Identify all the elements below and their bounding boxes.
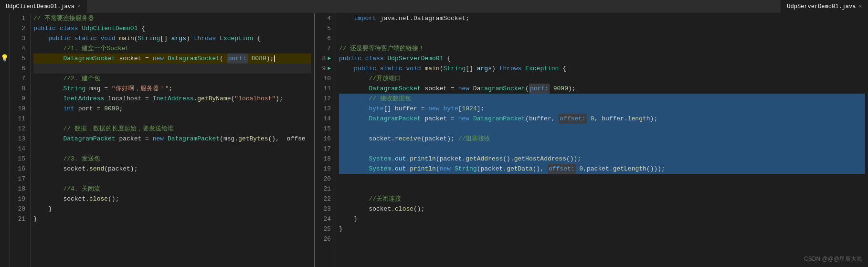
tab-left[interactable]: UdpClientDemo01.java ×: [0, 0, 87, 13]
left-line-13: DatagramPacket packet = new DatagramPack…: [33, 134, 311, 144]
gutter-14: 14: [12, 144, 25, 154]
left-line-5: DatagramSocket socket = new DatagramSock…: [33, 53, 311, 64]
bulb-line-4: [0, 43, 9, 53]
right-gutter-13: 13: [318, 104, 331, 114]
left-line-17: [33, 174, 311, 184]
gutter-5: 5: [12, 53, 25, 64]
bulb-line-16: [0, 164, 9, 174]
right-gutter-14: 14: [318, 114, 331, 124]
right-gutter-20: 20: [318, 174, 331, 184]
gutter-18: 18: [12, 184, 25, 194]
gutter-21: 21: [12, 214, 25, 224]
left-line-2: public class UdpClientDemo01 {: [33, 23, 311, 33]
right-line-13: byte[] buffer = new byte[1024];: [339, 104, 865, 114]
bulb-line-14: [0, 144, 9, 154]
bulb-line-7: [0, 74, 9, 84]
gutter-15: 15: [12, 154, 25, 164]
right-gutter-10: 10: [318, 74, 331, 84]
right-code-lines: import java.net.DatagramSocket; // 还是要等待…: [336, 13, 868, 267]
tab-right-close[interactable]: ×: [858, 4, 862, 10]
left-line-1: // 不需要连接服务器: [33, 13, 311, 23]
bulb-line-10: [0, 104, 9, 114]
right-gutter-5: 5: [318, 23, 331, 33]
tab-left-label: UdpClientDemo01.java: [6, 3, 74, 10]
right-line-9: public static void main(String[] args) t…: [339, 64, 865, 74]
left-line-9: InetAddress localhost = InetAddress.getB…: [33, 94, 311, 104]
right-gutter-25: 25: [318, 224, 331, 234]
bulb-line-2: [0, 23, 9, 33]
right-gutter-18: 18: [318, 154, 331, 164]
bulb-line-6: [0, 64, 9, 74]
right-gutter-16: 16: [318, 134, 331, 144]
right-line-10: //开放端口: [339, 74, 865, 84]
bulb-line-9: [0, 94, 9, 104]
right-gutter: 4 5 6 7 8▶ 9▶ 10 11 12 13 14 15 16 17 18…: [315, 13, 336, 267]
right-gutter-17: 17: [318, 144, 331, 154]
right-gutter-9: 9▶: [318, 64, 331, 74]
right-gutter-21: 21: [318, 184, 331, 194]
gutter-8: 8: [12, 84, 25, 94]
left-line-15: //3. 发送包: [33, 154, 311, 164]
gutter-7: 7: [12, 74, 25, 84]
right-line-5: [339, 23, 865, 33]
right-line-12: // 接收数据包: [339, 94, 865, 104]
tab-right-label: UdpServerDemo01.java: [787, 3, 856, 10]
gutter-3: 3: [12, 33, 25, 43]
bulb-area: 💡: [0, 13, 10, 267]
right-gutter-6: 6: [318, 33, 331, 43]
right-line-6: [339, 33, 865, 43]
right-gutter-23: 23: [318, 204, 331, 214]
left-line-12: // 数据，数据的长度起始，要发送给谁: [33, 124, 311, 134]
bulb-line-13: [0, 134, 9, 144]
right-line-16: socket.receive(packet); //阻塞接收: [339, 134, 865, 144]
gutter-9: 9: [12, 94, 25, 104]
left-code-area: 💡 1 2 3 4: [0, 13, 314, 267]
gutter-4: 4: [12, 43, 25, 53]
tabs-bar: UdpClientDemo01.java × UdpServerDemo01.j…: [0, 0, 868, 13]
watermark: CSDN @@@星辰大海: [804, 255, 862, 263]
bulb-line-19: [0, 194, 9, 204]
left-line-7: //2. 建个包: [33, 74, 311, 84]
right-line-19: System.out.println(new String(packet.get…: [339, 164, 865, 174]
left-line-14: [33, 144, 311, 154]
left-line-11: [33, 114, 311, 124]
right-line-7: // 还是要等待客户端的链接！: [339, 43, 865, 53]
gutter-20: 20: [12, 204, 25, 214]
right-line-23: socket.close();: [339, 204, 865, 214]
gutter-6: 6: [12, 64, 25, 74]
gutter-10: 10: [12, 104, 25, 114]
gutter-19: 19: [12, 194, 25, 204]
bulb-line-5[interactable]: 💡: [0, 53, 9, 64]
left-line-3: public static void main(String[] args) t…: [33, 33, 311, 43]
right-gutter-7: 7: [318, 43, 331, 53]
right-line-24: }: [339, 214, 865, 224]
right-line-22: //关闭连接: [339, 194, 865, 204]
left-line-18: //4. 关闭流: [33, 184, 311, 194]
left-line-6: [33, 64, 311, 74]
right-gutter-15: 15: [318, 124, 331, 134]
bulb-line-17: [0, 174, 9, 184]
left-line-21: }: [33, 214, 311, 224]
bulb-line-18: [0, 184, 9, 194]
right-line-25: }: [339, 224, 865, 234]
right-line-14: DatagramPacket packet = new DatagramPack…: [339, 114, 865, 124]
bulb-line-1: [0, 13, 9, 23]
right-line-18: System.out.println(packet.getAddress().g…: [339, 154, 865, 164]
bulb-line-21: [0, 214, 9, 224]
right-gutter-19: 19: [318, 164, 331, 174]
left-line-10: int port = 9090;: [33, 104, 311, 114]
right-gutter-22: 22: [318, 194, 331, 204]
right-gutter-24: 24: [318, 214, 331, 224]
right-gutter-4: 4: [318, 13, 331, 23]
tab-right[interactable]: UdpServerDemo01.java ×: [781, 0, 868, 13]
left-line-20: }: [33, 204, 311, 214]
gutter-12: 12: [12, 124, 25, 134]
gutter-13: 13: [12, 134, 25, 144]
gutter-2: 2: [12, 23, 25, 33]
gutter-17: 17: [12, 174, 25, 184]
right-gutter-12: 12: [318, 94, 331, 104]
right-line-8: public class UdpServerDemo01 {: [339, 53, 865, 64]
left-line-8: String msg = "你好啊，服务器！";: [33, 84, 311, 94]
tab-left-close[interactable]: ×: [77, 4, 81, 10]
editor-container: 💡 1 2 3 4: [0, 13, 868, 267]
